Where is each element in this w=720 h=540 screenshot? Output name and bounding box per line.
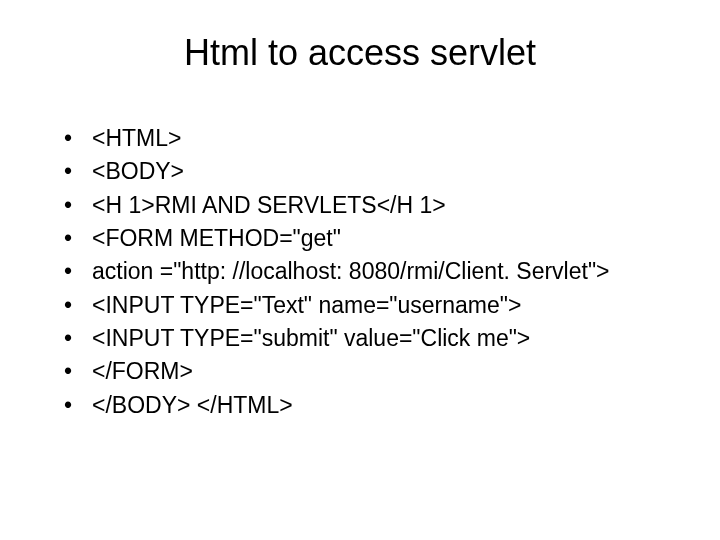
list-item: • </BODY> </HTML> — [64, 389, 680, 422]
bullet-text: <INPUT TYPE="submit" value="Click me"> — [92, 322, 680, 355]
bullet-text: action ="http: //localhost: 8080/rmi/Cli… — [92, 255, 680, 288]
bullet-icon: • — [64, 155, 92, 188]
slide-title: Html to access servlet — [0, 32, 720, 74]
bullet-text: <HTML> — [92, 122, 680, 155]
list-item: • <BODY> — [64, 155, 680, 188]
bullet-text: </FORM> — [92, 355, 680, 388]
bullet-icon: • — [64, 322, 92, 355]
list-item: • <HTML> — [64, 122, 680, 155]
list-item: • <INPUT TYPE="submit" value="Click me"> — [64, 322, 680, 355]
bullet-text: <INPUT TYPE="Text" name="username"> — [92, 289, 680, 322]
bullet-icon: • — [64, 122, 92, 155]
list-item: • <H 1>RMI AND SERVLETS</H 1> — [64, 189, 680, 222]
list-item: • <INPUT TYPE="Text" name="username"> — [64, 289, 680, 322]
bullet-text: <H 1>RMI AND SERVLETS</H 1> — [92, 189, 680, 222]
bullet-icon: • — [64, 189, 92, 222]
bullet-icon: • — [64, 289, 92, 322]
bullet-icon: • — [64, 389, 92, 422]
bullet-text: <BODY> — [92, 155, 680, 188]
bullet-icon: • — [64, 355, 92, 388]
bullet-list: • <HTML> • <BODY> • <H 1>RMI AND SERVLET… — [0, 122, 720, 422]
list-item: • </FORM> — [64, 355, 680, 388]
list-item: • <FORM METHOD="get" — [64, 222, 680, 255]
bullet-text: <FORM METHOD="get" — [92, 222, 680, 255]
bullet-icon: • — [64, 222, 92, 255]
bullet-icon: • — [64, 255, 92, 288]
list-item: • action ="http: //localhost: 8080/rmi/C… — [64, 255, 680, 288]
bullet-text: </BODY> </HTML> — [92, 389, 680, 422]
